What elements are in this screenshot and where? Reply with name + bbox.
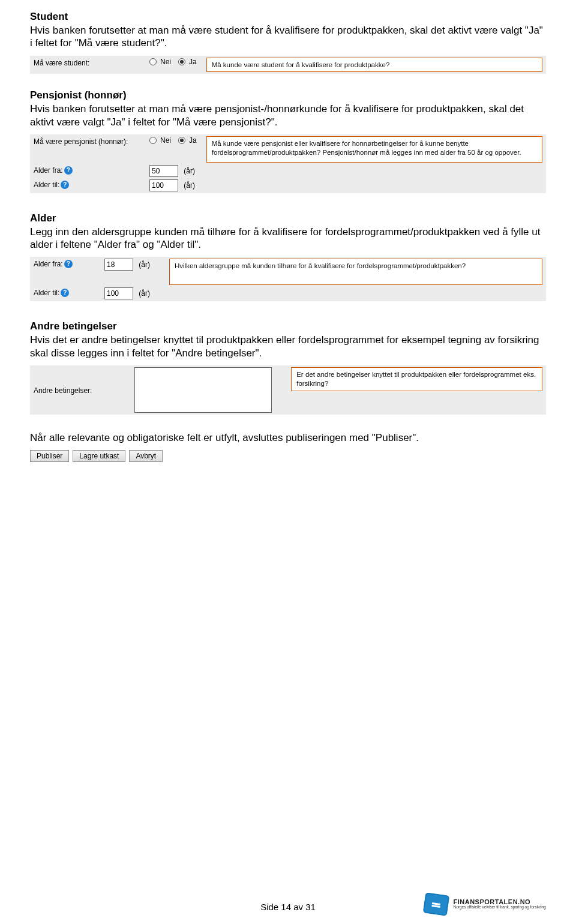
radio-nei[interactable] [149, 137, 157, 144]
alder-til-label: Alder til: [34, 181, 59, 189]
help-icon[interactable]: ? [61, 181, 69, 189]
section-andre: Andre betingelser Hvis det er andre beti… [30, 320, 546, 415]
page-number: Side 14 av 31 [260, 902, 316, 912]
student-body: Hvis banken forutsetter at man må være s… [30, 24, 546, 50]
radio-ja-label: Ja [189, 136, 197, 145]
student-form: Må være student: Nei Ja Må kunde være st… [30, 56, 546, 74]
student-label: Må være student: [34, 58, 145, 67]
alder-body: Legg inn den aldersgruppe kunden må tilh… [30, 226, 546, 251]
alder-til-label: Alder til: [34, 289, 59, 297]
student-heading: Student [30, 11, 546, 23]
andre-form: Andre betingelser: Er det andre betingel… [30, 365, 546, 415]
andre-tooltip: Er det andre betingelser knyttet til pro… [291, 367, 542, 391]
radio-ja[interactable] [178, 58, 185, 65]
alder-til-input[interactable] [149, 179, 178, 191]
alder-fra-label: Alder fra: [34, 166, 63, 175]
lagre-utkast-button[interactable]: Lagre utkast [73, 450, 125, 462]
pensjonist-heading: Pensjonist (honnør) [30, 89, 546, 101]
pensjonist-tooltip: Må kunde være pensjonist eller kvalifise… [206, 136, 542, 163]
brand: FINANSPORTALEN.NO Norges offisielle veiv… [424, 894, 546, 914]
help-icon[interactable]: ? [64, 166, 73, 175]
andre-heading: Andre betingelser [30, 320, 546, 332]
help-icon[interactable]: ? [64, 260, 73, 268]
alder-form: Alder fra: ? (år) Hvilken aldersgruppe m… [30, 257, 546, 301]
radio-nei-label: Nei [160, 136, 171, 145]
brand-tagline: Norges offisielle veiviser til bank, spa… [453, 905, 546, 910]
radio-ja-label: Ja [189, 58, 197, 66]
radio-ja[interactable] [178, 137, 185, 144]
section-student: Student Hvis banken forutsetter at man m… [30, 11, 546, 74]
unit-label: (år) [139, 260, 150, 269]
alder-fra-label: Alder fra: [34, 260, 63, 268]
radio-nei[interactable] [149, 58, 157, 65]
alder-fra-input[interactable] [104, 259, 133, 271]
brand-logo-icon [423, 892, 449, 916]
alder-fra-input[interactable] [149, 165, 178, 177]
help-icon[interactable]: ? [61, 289, 69, 297]
unit-label: (år) [139, 289, 150, 298]
section-publiser: Når alle relevante og obligatoriske felt… [30, 431, 546, 462]
unit-label: (år) [184, 167, 195, 175]
publiser-button[interactable]: Publiser [30, 450, 69, 462]
student-tooltip: Må kunde være student for å kvalifisere … [206, 58, 542, 73]
section-alder: Alder Legg inn den aldersgruppe kunden m… [30, 212, 546, 302]
andre-textarea[interactable] [134, 367, 272, 413]
unit-label: (år) [184, 181, 195, 190]
andre-label: Andre betingelser: [34, 385, 130, 395]
avbryt-button[interactable]: Avbryt [129, 450, 163, 462]
pensjonist-form: Må være pensjonist (honnør): Nei Ja Må k… [30, 134, 546, 193]
pensjonist-label: Må være pensjonist (honnør): [34, 136, 145, 146]
radio-nei-label: Nei [160, 58, 171, 66]
alder-tooltip: Hvilken aldersgruppe må kunden tilhøre f… [169, 259, 542, 285]
andre-body: Hvis det er andre betingelser knyttet ti… [30, 334, 546, 359]
alder-heading: Alder [30, 212, 546, 224]
publiser-body: Når alle relevante og obligatoriske felt… [30, 431, 546, 444]
pensjonist-body: Hvis banken forutsetter at man må være p… [30, 103, 546, 128]
alder-til-input[interactable] [104, 287, 133, 299]
section-pensjonist: Pensjonist (honnør) Hvis banken forutset… [30, 89, 546, 193]
